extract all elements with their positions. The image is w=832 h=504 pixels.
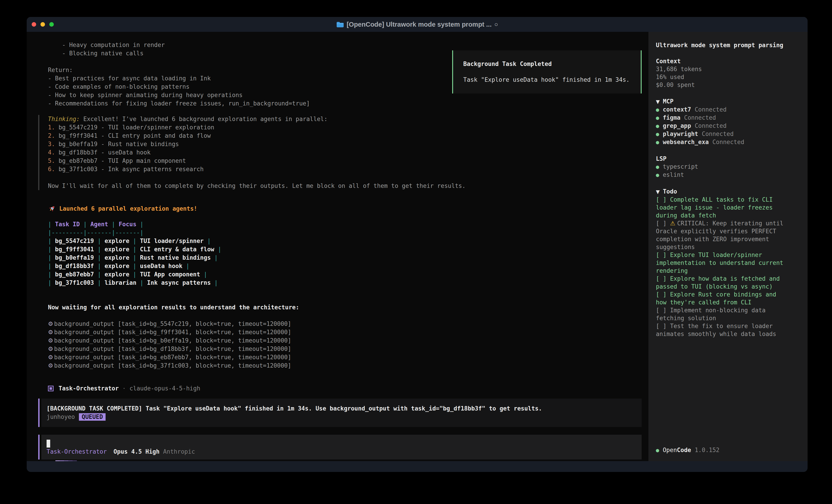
todo-text: Test the fix to ensure loader animates s… bbox=[656, 323, 776, 337]
close-button[interactable] bbox=[32, 22, 36, 27]
mcp-status: Connected bbox=[695, 122, 727, 130]
ctrlp-key: ctrl+p bbox=[586, 460, 606, 461]
folder-icon bbox=[336, 21, 344, 28]
announce-line: Launched 6 parallel exploration agents! bbox=[48, 204, 642, 213]
green-dot-icon: ● bbox=[656, 114, 659, 122]
todo-text: Explore TUI loader/spinner implementatio… bbox=[656, 252, 783, 274]
minimize-button[interactable] bbox=[41, 22, 45, 27]
terminal-line: 2. bg_f9ff3041 - CLI entry point and dat… bbox=[48, 132, 642, 140]
announce-text: Launched 6 parallel exploration agents! bbox=[59, 204, 197, 213]
status-bar: esc interrupt tab switch agent ctrl+p co… bbox=[48, 459, 642, 461]
mcp-section: ▼MCP ●context7Connected●figmaConnected●g… bbox=[656, 97, 788, 146]
green-dot-icon: ● bbox=[656, 130, 659, 138]
gear-icon: ⚙ bbox=[48, 320, 53, 327]
tab-key-label: switch agent bbox=[532, 460, 575, 461]
input-agent-name[interactable]: Task-Orchestrator bbox=[47, 448, 107, 456]
background-output-line: ⚙background_output [task_id=bg_b0effa19,… bbox=[48, 336, 642, 345]
gear-icon: ⚙ bbox=[48, 362, 53, 369]
mcp-name: grep_app bbox=[662, 122, 691, 130]
lsp-item: ●typescript bbox=[656, 163, 788, 171]
terminal-line: | bg_37f1c003 | librarian | Ink async pa… bbox=[48, 279, 642, 287]
window-title-text: [OpenCode] Ultrawork mode system prompt … bbox=[346, 21, 492, 28]
mcp-item: ●playwrightConnected bbox=[656, 130, 788, 138]
terminal-line bbox=[48, 173, 642, 182]
toast-body: Task "Explore useData hook" finished in … bbox=[463, 76, 636, 84]
terminal-line: | bg_eb87ebb7 | explore | TUI App compon… bbox=[48, 270, 642, 279]
separator-dot: · bbox=[122, 384, 126, 393]
username: junhoyeo bbox=[47, 413, 75, 421]
spinner-group: esc interrupt bbox=[41, 459, 132, 461]
checkbox-glyph: [ ] bbox=[656, 291, 670, 298]
rocket-icon bbox=[48, 205, 56, 213]
checkbox-glyph: [ ] bbox=[656, 220, 670, 227]
context-lines: 31,686 tokens16% used$0.00 spent bbox=[656, 65, 788, 89]
mcp-status: Connected bbox=[702, 130, 734, 138]
message-meta: junhoyeo QUEUED bbox=[47, 413, 635, 421]
mcp-status: Connected bbox=[712, 138, 744, 146]
prompt-input[interactable]: Task-Orchestrator Opus 4.5 High Anthropi… bbox=[42, 435, 642, 459]
orchestrator-model: claude-opus-4-5-high bbox=[130, 384, 200, 393]
green-dot-icon: ● bbox=[656, 138, 659, 146]
terminal-line: |---------|-------|-------| bbox=[48, 228, 642, 237]
traffic-lights bbox=[32, 17, 54, 32]
checkbox-glyph: [ ] bbox=[656, 307, 670, 314]
terminal-line: - Heavy computation in render bbox=[48, 41, 642, 49]
warning-icon: ⚠ bbox=[670, 220, 677, 227]
terminal-line: 3. bg_b0effa19 - Rust native bindings bbox=[48, 140, 642, 148]
gear-icon: ⚙ bbox=[48, 337, 53, 344]
terminal-main: Background Task Completed Task "Explore … bbox=[27, 32, 648, 461]
ctrlp-hint: ctrl+p commands bbox=[586, 459, 642, 461]
background-output-calls: ⚙background_output [task_id=bg_5547c219,… bbox=[48, 320, 642, 370]
mcp-name: websearch_exa bbox=[662, 138, 709, 146]
terminal-line: | bg_f9ff3041 | explore | CLI entry & da… bbox=[48, 245, 642, 254]
todo-section: ▼Todo [ ] Complete ALL tasks to fix CLI … bbox=[656, 188, 788, 338]
checkbox-glyph: [ ] bbox=[656, 252, 670, 258]
agents-table: | Task ID | Agent | Focus ||---------|--… bbox=[48, 220, 642, 287]
todo-item: [ ] Explore TUI loader/spinner implement… bbox=[656, 251, 788, 275]
session-title: Ultrawork mode system prompt parsing bbox=[656, 41, 788, 49]
titlebar: [OpenCode] Ultrawork mode system prompt … bbox=[27, 17, 808, 32]
todo-text: Explore how data is fetched and passed t… bbox=[656, 275, 780, 290]
input-model-name[interactable]: Opus 4.5 High bbox=[113, 448, 160, 456]
mcp-item: ●context7Connected bbox=[656, 106, 788, 114]
context-heading: Context bbox=[656, 57, 788, 65]
lsp-section: LSP ●typescript●eslint bbox=[656, 155, 788, 179]
green-dot-icon: ● bbox=[656, 106, 659, 114]
mcp-status: Connected bbox=[695, 106, 727, 114]
window-title: [OpenCode] Ultrawork mode system prompt … bbox=[336, 21, 498, 28]
terminal-line: Now I'll wait for all of them to complet… bbox=[48, 182, 642, 190]
activity-circle-icon: ○ bbox=[494, 21, 498, 28]
terminal-line: | Task ID | Agent | Focus | bbox=[48, 220, 642, 228]
todo-heading[interactable]: ▼Todo bbox=[656, 188, 788, 196]
todo-text: Implement non-blocking data fetching sol… bbox=[656, 307, 765, 321]
mcp-name: context7 bbox=[662, 106, 691, 114]
lsp-name: typescript bbox=[662, 163, 698, 171]
thinking-block: Thinking: Excellent! I've launched 6 bac… bbox=[38, 115, 642, 190]
background-output-line: ⚙background_output [task_id=bg_df18bb3f,… bbox=[48, 345, 642, 353]
maximize-button[interactable] bbox=[49, 22, 54, 27]
toast-title: Background Task Completed bbox=[463, 60, 636, 68]
sidebar-footer: ● OpenCode 1.0.152 bbox=[656, 446, 788, 454]
terminal-line: | bg_5547c219 | explore | TUI loader/spi… bbox=[48, 237, 642, 245]
background-task-toast: Background Task Completed Task "Explore … bbox=[452, 50, 642, 93]
context-stat: 16% used bbox=[656, 73, 788, 81]
terminal-line: | bg_b0effa19 | explore | Rust native bi… bbox=[48, 254, 642, 262]
input-provider-name: Anthropic bbox=[163, 448, 195, 456]
shortcut-hints: tab switch agent ctrl+p commands bbox=[515, 459, 642, 461]
mcp-heading[interactable]: ▼MCP bbox=[656, 97, 788, 106]
app-name: OpenCode bbox=[662, 446, 691, 454]
input-agent-row: Task-Orchestrator Opus 4.5 High Anthropi… bbox=[47, 448, 635, 456]
queued-badge: QUEUED bbox=[79, 413, 106, 421]
terminal-line: | bg_df18bb3f | explore | useData hook | bbox=[48, 262, 642, 270]
todo-item: [ ] Explore how data is fetched and pass… bbox=[656, 275, 788, 290]
spinner-bar-icon bbox=[55, 460, 77, 461]
todo-item: [ ] Explore Rust core bindings and how t… bbox=[656, 290, 788, 306]
esc-key-hint: esc bbox=[84, 459, 95, 461]
green-dot-icon: ● bbox=[656, 171, 659, 179]
todo-text: Explore Rust core bindings and how they'… bbox=[656, 291, 776, 306]
text-cursor bbox=[47, 440, 50, 448]
terminal-line: 1. bg_5547c219 - TUI loader/spinner expl… bbox=[48, 123, 642, 132]
green-dot-icon: ● bbox=[656, 446, 659, 454]
checkbox-glyph: [ ] bbox=[656, 196, 670, 203]
todo-list: [ ] Complete ALL tasks to fix CLI loader… bbox=[656, 196, 788, 338]
